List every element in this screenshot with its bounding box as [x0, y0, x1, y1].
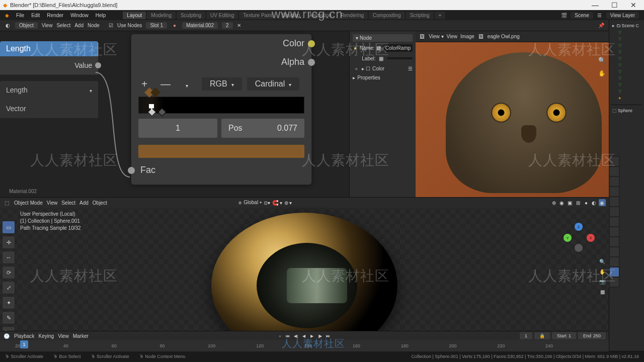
start-frame-field[interactable]: Start 1: [552, 332, 576, 339]
shader-type[interactable]: Object: [15, 22, 38, 29]
prop-mesh-tab[interactable]: [610, 257, 619, 266]
gizmo-toggle-icon[interactable]: ⊕: [550, 199, 557, 206]
tab-modeling[interactable]: Modeling: [147, 12, 176, 19]
node-label-field[interactable]: [387, 57, 413, 59]
move-tool[interactable]: ↔: [2, 251, 15, 264]
zoom-viewport-icon[interactable]: 🔍: [599, 258, 606, 265]
timeline-ruler[interactable]: 1 20 40 60 80 100 120 140 160 180 200 22…: [0, 340, 609, 351]
shading-wire-icon[interactable]: ⊞: [575, 199, 582, 206]
prop-modifiers-tab[interactable]: [610, 217, 619, 226]
jump-start-icon[interactable]: ⏮: [284, 332, 291, 339]
ne-node[interactable]: Node: [88, 23, 100, 28]
prop-viewlayer-tab[interactable]: [610, 177, 619, 186]
ie-view[interactable]: View: [447, 34, 458, 39]
prop-physics-tab[interactable]: [610, 237, 619, 246]
pan-viewport-icon[interactable]: ✋: [599, 268, 606, 275]
vp-select[interactable]: Select: [61, 200, 75, 206]
viewport-canvas[interactable]: ▭ ✛ ↔ ⟳ ⤢ ✦ ✎ 📐 User Perspective (Local)…: [0, 208, 609, 331]
length-type-select[interactable]: Length: [0, 81, 98, 100]
pivot-icon[interactable]: ⊙▾: [264, 200, 270, 206]
tl-playback[interactable]: Playback: [14, 333, 35, 339]
ramp-interp-select[interactable]: Cardinal: [247, 77, 300, 90]
scene-field[interactable]: Scene: [571, 12, 593, 19]
list-icon[interactable]: ☰: [408, 66, 413, 71]
tab-animation[interactable]: Animation: [305, 12, 335, 19]
tab-layout[interactable]: Layout: [123, 12, 146, 19]
prop-particles-tab[interactable]: [610, 227, 619, 236]
image-view[interactable]: 🔍 ✋: [416, 42, 609, 197]
ne-select[interactable]: Select: [56, 23, 70, 28]
minimize-button[interactable]: —: [588, 1, 603, 9]
keyframe-next-icon[interactable]: |▶︎: [316, 332, 324, 339]
overlay-toggle-icon[interactable]: ◉: [558, 199, 566, 206]
tab-rendering[interactable]: Rendering: [337, 12, 368, 19]
close-button[interactable]: ✕: [626, 1, 641, 9]
end-frame-field[interactable]: End 250: [578, 332, 606, 339]
timeline-icon[interactable]: 🕐: [3, 332, 10, 339]
prop-texture-tab[interactable]: [610, 278, 619, 287]
value-socket-icon[interactable]: [95, 62, 101, 68]
xray-toggle-icon[interactable]: ▣: [567, 199, 574, 206]
menu-file[interactable]: File: [16, 13, 24, 18]
ramp-remove-button[interactable]: —: [159, 78, 172, 90]
current-frame-field[interactable]: 1: [520, 332, 532, 339]
prop-scene-tab[interactable]: [610, 187, 619, 196]
scale-tool[interactable]: ⤢: [2, 281, 15, 294]
tab-uv[interactable]: UV Editing: [206, 12, 238, 19]
prop-render-tab[interactable]: [610, 157, 619, 166]
ne-view[interactable]: View: [42, 23, 53, 28]
select-tool[interactable]: ▭: [2, 221, 15, 234]
ramp-mode-select[interactable]: RGB: [202, 77, 242, 90]
3d-editor-icon[interactable]: ⬚: [3, 199, 10, 206]
range-lock-icon[interactable]: 🔒: [534, 332, 550, 339]
image-mode[interactable]: View ▾: [429, 34, 443, 39]
shader-editor-icon[interactable]: ◐: [4, 22, 11, 29]
object-mode-select[interactable]: Object Mode: [14, 200, 43, 206]
tab-texpaint[interactable]: Texture Paint: [239, 12, 276, 19]
vp-object[interactable]: Object: [93, 200, 107, 206]
use-nodes-toggle[interactable]: Use Nodes: [117, 23, 142, 28]
prop-object-tab[interactable]: [610, 207, 619, 216]
tab-shading[interactable]: Shading: [278, 12, 304, 19]
vp-add[interactable]: Add: [79, 200, 89, 206]
maximize-button[interactable]: ☐: [607, 1, 622, 9]
material-users[interactable]: 2: [222, 22, 233, 29]
pin-icon[interactable]: 📌: [598, 22, 605, 29]
pan-icon[interactable]: ✋: [598, 69, 606, 77]
shading-matprev-icon[interactable]: ◐: [591, 199, 598, 206]
proportional-toggle[interactable]: ⊚ ▾: [284, 200, 292, 206]
rotate-tool[interactable]: ⟳: [2, 266, 15, 279]
prop-output-tab[interactable]: [610, 167, 619, 176]
node-color-row[interactable]: ● ▸ ☐ Color ☰: [353, 63, 413, 73]
transform-tool[interactable]: ✦: [2, 296, 15, 309]
play-reverse-icon[interactable]: ◀: [300, 332, 307, 339]
menu-help[interactable]: Help: [96, 13, 106, 18]
ie-image[interactable]: Image: [460, 34, 474, 39]
node-name-field[interactable]: ColorRamp: [383, 44, 413, 52]
zoom-icon[interactable]: 🔍: [598, 56, 606, 64]
annotate-tool[interactable]: ✎: [2, 311, 15, 324]
prop-world-tab[interactable]: [610, 197, 619, 206]
alpha-socket-icon[interactable]: [308, 59, 315, 66]
shading-solid-icon[interactable]: ●: [583, 199, 590, 206]
tl-view[interactable]: View: [58, 333, 69, 339]
keyframe-prev-icon[interactable]: ◀︎|: [292, 332, 299, 339]
material-unlink[interactable]: ✕: [237, 23, 241, 28]
navigation-gizmo[interactable]: X Y Z: [564, 223, 594, 253]
prop-material-tab[interactable]: [610, 267, 619, 277]
autokey-icon[interactable]: ●: [276, 332, 283, 339]
tab-scripting[interactable]: Scripting: [406, 12, 434, 19]
jump-end-icon[interactable]: ⏭: [325, 332, 332, 339]
play-icon[interactable]: ▶: [308, 332, 315, 339]
measure-tool[interactable]: 📐: [2, 326, 15, 331]
vp-view[interactable]: View: [47, 200, 58, 206]
menu-window[interactable]: Window: [70, 13, 89, 18]
menu-edit[interactable]: Edit: [31, 13, 40, 18]
tab-sculpting[interactable]: Sculpting: [177, 12, 205, 19]
node-panel-header[interactable]: ▾ Node: [353, 34, 413, 42]
length-node[interactable]: Length Value Length Vector: [0, 41, 98, 118]
tl-keying[interactable]: Keying: [39, 333, 54, 339]
tab-add[interactable]: +: [435, 12, 446, 19]
tl-marker[interactable]: Marker: [73, 333, 89, 339]
ramp-tools-menu[interactable]: [181, 78, 193, 90]
